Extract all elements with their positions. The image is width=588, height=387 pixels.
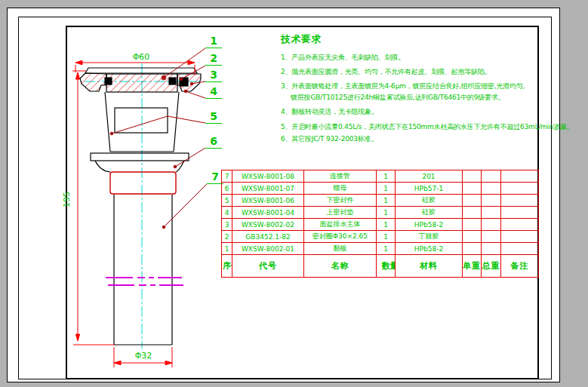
slip-nut <box>110 172 176 194</box>
bom-cell-qty: 1 <box>377 195 396 207</box>
bom-cell-remarks <box>501 243 539 255</box>
requirement-item-continuation: 镀层按GB/T10125进行24h铜盐雾试验后,达到GB/T6461中的9级要求… <box>281 92 545 103</box>
bom-header-seq: 序号 <box>222 255 232 278</box>
bom-cell-code: WXSW-8001-07 <box>232 183 304 195</box>
bom-table: 7 WXSW-8001-08 连接管 1 201 6 WXSW-8001-07 … <box>221 170 539 278</box>
bom-cell-qty: 1 <box>377 219 396 231</box>
technical-requirements-title: 技术要求 <box>281 33 545 46</box>
bom-cell-unit-weight <box>463 183 482 195</box>
bom-cell-name: 翻板 <box>304 243 377 255</box>
cad-drawing-sheet: Φ60 195 Φ32 1 2 3 4 5 6 7 技术要求 1、产品外表应无尖… <box>0 0 588 387</box>
bom-cell-name: 面盆排水主体 <box>304 219 377 231</box>
bom-cell-code: GB3452.1-82 <box>232 231 304 243</box>
leader-7 <box>164 184 207 227</box>
balloon-5: 5 <box>205 111 222 124</box>
bom-cell-material: 201 <box>396 170 463 183</box>
dimension-label-top-diameter: Φ60 <box>117 52 165 62</box>
bom-cell-seq: 4 <box>222 207 232 219</box>
bom-cell-seq: 3 <box>222 219 232 231</box>
bom-header-unit-weight: 单重 <box>463 255 482 278</box>
bom-cell-material: 硅胶 <box>396 207 463 219</box>
bom-cell-name: 螺母 <box>304 183 377 195</box>
balloon-1: 1 <box>205 35 222 48</box>
bom-cell-material: HPb58-2 <box>396 243 463 255</box>
technical-requirements: 技术要求 1、产品外表应无尖角、毛刺缺陷、划痕。 2、抛光表面应圆滑，光亮、均匀… <box>281 33 545 145</box>
cover-plate <box>85 68 197 73</box>
dimension-label-height: 195 <box>62 187 72 213</box>
body-window <box>115 108 168 133</box>
bom-cell-name: 下密封件 <box>304 195 377 207</box>
bell-flange <box>91 153 189 161</box>
bom-cell-code: WXSW-8001-08 <box>232 170 304 183</box>
bom-cell-qty: 1 <box>377 231 396 243</box>
bell-shoulders <box>95 161 184 172</box>
bom-cell-name: 密封圈Φ30×2.65 <box>304 231 377 243</box>
part-outline <box>80 68 201 345</box>
bom-header-name: 名称 <box>304 255 377 278</box>
leader-4 <box>186 91 205 98</box>
bom-cell-total-weight <box>482 183 501 195</box>
requirement-item: 3、外表面镀铬处理，主表面镀层为4-6μm，镀层应结合良好,组织应细密,光滑均匀… <box>281 81 545 92</box>
bom-cell-qty: 1 <box>377 183 396 195</box>
balloon-4: 4 <box>205 86 222 99</box>
bom-cell-code: WXSW-8001-04 <box>232 207 304 219</box>
bom-header-remarks: 备注 <box>501 255 539 278</box>
bom-cell-name: 连接管 <box>304 170 377 183</box>
bom-cell-unit-weight <box>463 231 482 243</box>
bom-cell-total-weight <box>482 219 501 231</box>
bom-cell-total-weight <box>482 231 501 243</box>
dimension-195 <box>72 71 115 345</box>
left-flange-wing <box>80 73 106 91</box>
bom-cell-total-weight <box>482 170 501 183</box>
requirement-item: 1、产品外表应无尖角、毛刺缺陷、划痕。 <box>281 52 545 63</box>
strainer-hatch-band <box>106 74 177 92</box>
bom-cell-name: 上密封垫 <box>304 207 377 219</box>
requirement-item: 5、开启时最小流量0.45L/s，关闭状态下在150mm水柱高的水压下允许有不超… <box>281 121 545 133</box>
bom-header-qty-label: 数量 <box>382 262 390 271</box>
leader-6 <box>175 148 205 167</box>
bom-cell-total-weight <box>482 207 501 219</box>
bom-cell-total-weight <box>482 243 501 255</box>
bom-cell-remarks <box>501 170 539 183</box>
bom-cell-qty: 1 <box>377 243 396 255</box>
bom-cell-remarks <box>501 195 539 207</box>
requirement-item: 2、抛光表面应圆滑，光亮、均匀，不允许有起皮、划痕、起泡等缺陷。 <box>281 66 545 78</box>
requirement-item: 4、翻板转动灵活，无卡阻现象。 <box>281 106 545 118</box>
tail-pipe <box>114 195 172 345</box>
bom-cell-qty: 1 <box>377 170 396 183</box>
bom-cell-seq: 2 <box>222 231 232 243</box>
bom-cell-code: WXSW-8001-06 <box>232 195 304 207</box>
bom-cell-unit-weight <box>463 219 482 231</box>
dimension-label-bottom-diameter: Φ32 <box>119 351 168 361</box>
bom-cell-unit-weight <box>463 207 482 219</box>
bom-cell-remarks <box>501 207 539 219</box>
bom-cell-material: 丁腈胶 <box>396 231 463 243</box>
leader-5 <box>112 116 205 134</box>
bom-cell-code: WXSW-8002-02 <box>232 219 304 231</box>
right-seal-section <box>169 78 176 84</box>
balloon-3: 3 <box>205 69 222 82</box>
bom-header-material: 材料 <box>396 255 463 278</box>
bom-header-code: 代号 <box>232 255 304 278</box>
bom-cell-seq: 1 <box>222 243 232 255</box>
bom-header-seq-label: 序号 <box>223 262 231 271</box>
bom-cell-total-weight <box>482 195 501 207</box>
balloon-6: 6 <box>205 136 222 149</box>
balloon-2: 2 <box>205 53 222 66</box>
bom-cell-unit-weight <box>463 170 482 183</box>
left-seal-section <box>105 78 112 84</box>
bom-cell-material: 硅胶 <box>396 195 463 207</box>
bom-cell-unit-weight <box>463 195 482 207</box>
bom-cell-remarks <box>501 183 539 195</box>
bom-cell-material: HPb57-1 <box>396 183 463 195</box>
bom-cell-seq: 5 <box>222 195 232 207</box>
bom-header-qty: 数量 <box>377 255 396 278</box>
bom-cell-code: WXSW-8002-01 <box>232 243 304 255</box>
bom-cell-seq: 7 <box>222 170 232 183</box>
bom-cell-seq: 6 <box>222 183 232 195</box>
bom-cell-unit-weight <box>463 243 482 255</box>
bom-cell-qty: 1 <box>377 207 396 219</box>
bom-header-total-weight: 总重 <box>482 255 501 278</box>
bom-cell-remarks <box>501 231 539 243</box>
bom-cell-remarks <box>501 219 539 231</box>
